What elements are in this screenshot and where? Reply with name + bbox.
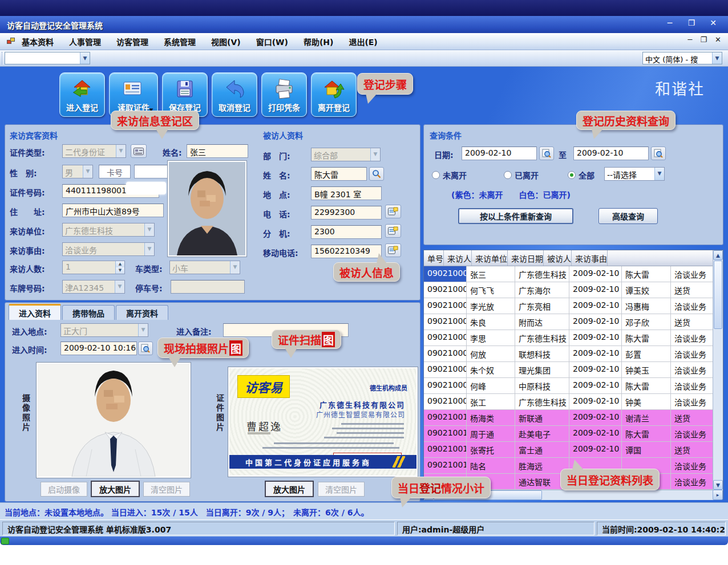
date-to-input[interactable]: 2009-02-10 <box>573 147 649 160</box>
tab-entry-info[interactable]: 进入资料 <box>9 304 61 320</box>
maximize-icon[interactable]: ❐ <box>685 18 698 30</box>
status-user: 用户:admin-超级用户 <box>397 522 594 535</box>
visitor-count-stepper[interactable]: 1 ▲▼ <box>62 261 125 274</box>
toolbar-gripper[interactable] <box>2 52 3 64</box>
chevron-down-icon: ▼ <box>116 145 126 157</box>
advanced-query-button[interactable]: 高级查询 <box>598 208 658 224</box>
address-input[interactable]: 广州市中山大道89号 <box>62 204 164 217</box>
chevron-down-icon[interactable]: ▼ <box>712 52 722 64</box>
leave-registration-button[interactable]: 离开登记 <box>311 72 357 117</box>
language-selector[interactable]: 中文 (简体) - 搜 ▼ <box>642 52 722 64</box>
close-icon[interactable]: ✕ <box>706 18 720 30</box>
tab-carried-items[interactable]: 携带物品 <box>62 305 115 320</box>
cancel-registration-button[interactable]: 取消登记 <box>212 72 257 117</box>
entry-place-select[interactable]: 正大门▼ <box>60 323 148 337</box>
menu-item[interactable]: 访客管理 <box>116 36 148 47</box>
scroll-down-icon[interactable]: ▼ <box>713 480 723 490</box>
chevron-down-icon[interactable]: ▼ <box>80 52 90 64</box>
radio-not-left[interactable]: 未离开 <box>432 169 467 181</box>
clear-card-button[interactable]: 清空图片 <box>318 482 365 497</box>
minimize-icon[interactable]: ─ <box>663 18 677 30</box>
callout-steps: 登记步骤 <box>357 73 413 95</box>
leave-home-icon <box>322 76 345 101</box>
visited-place-input[interactable]: B幢 2301 室 <box>311 186 382 200</box>
zoom-photo-button[interactable]: 放大图片 <box>91 481 140 497</box>
visit-unit-select[interactable]: 广东德生科技▼ <box>62 223 155 237</box>
mdi-restore-icon[interactable]: ❐ <box>700 35 707 44</box>
dept-select[interactable]: 综合部▼ <box>311 148 381 161</box>
calendar-search-icon <box>654 149 663 158</box>
gender-select[interactable]: 男▼ <box>62 165 93 178</box>
enter-registration-button[interactable]: 进入登记 <box>59 72 105 117</box>
visited-name-input[interactable]: 陈大雷 <box>311 167 367 181</box>
table-row[interactable]: 090210010杨海类 新联通2009-02-10 谢清兰送货 <box>424 410 714 426</box>
start-camera-button[interactable]: 启动摄像 <box>41 482 87 497</box>
table-row[interactable]: 090210005李思 广东德生科技2009-02-10 陈大雷洽谈业务 <box>424 330 714 346</box>
mdi-minimize-icon[interactable]: ─ <box>688 35 693 44</box>
date-from-input[interactable]: 2009-02-10 <box>462 147 537 160</box>
column-header[interactable]: 来访人 <box>444 250 472 266</box>
column-header[interactable]: 来访单位 <box>472 250 508 266</box>
dial-mobile-button[interactable] <box>385 243 401 257</box>
visit-reason-select[interactable]: 洽谈业务▼ <box>62 242 155 256</box>
scroll-up-icon[interactable]: ▲ <box>713 250 723 260</box>
clear-photo-button[interactable]: 清空图片 <box>143 482 190 497</box>
date-from-picker-button[interactable] <box>539 147 554 160</box>
dial-ext-button[interactable] <box>385 224 401 238</box>
requery-button[interactable]: 按以上条件重新查询 <box>458 208 573 224</box>
entry-time-input[interactable]: 2009-02-10 10:16 <box>60 342 137 355</box>
date-to-picker-button[interactable] <box>651 147 666 160</box>
visited-mobile-input[interactable]: 15602210349 <box>311 245 382 258</box>
vscroll-thumb[interactable] <box>714 261 722 329</box>
visitor-name-input[interactable]: 张三 <box>187 144 248 158</box>
table-row[interactable]: 090210007朱个奴 理光集团2009-02-10 钟美玉洽谈业务 <box>424 362 714 378</box>
zoom-card-button[interactable]: 放大图片 <box>265 481 314 497</box>
table-row[interactable]: 090210001张三 广东德生科技2009-02-10 陈大雷洽谈业务 <box>424 266 714 282</box>
table-row[interactable]: 090210003李光放 广东亮相2009-02-10 冯惠梅洽谈业务 <box>424 298 714 314</box>
main-menu: 基本资料人事管理访客管理系统管理视图(V)窗口(W)帮助(H)退出(E) <box>22 33 378 50</box>
menu-item[interactable]: 视图(V) <box>211 36 241 47</box>
visited-phone-input[interactable]: 22992300 <box>311 206 382 220</box>
column-header[interactable]: 被访人 <box>544 250 572 266</box>
menu-item[interactable]: 帮助(H) <box>304 36 334 47</box>
contact-card-icon <box>388 207 398 216</box>
tab-leave-info[interactable]: 离开资料 <box>116 305 168 320</box>
entry-time-picker-button[interactable] <box>138 342 153 355</box>
menu-item[interactable]: 系统管理 <box>164 36 196 47</box>
parking-no-input[interactable] <box>171 280 245 294</box>
vertical-scrollbar[interactable]: ▲ ▼ <box>713 250 723 490</box>
contact-card-icon <box>388 226 398 235</box>
query-filter-select[interactable]: --请选择▼ <box>604 167 665 181</box>
menu-item[interactable]: 基本资料 <box>22 36 54 47</box>
spin-up-icon: ▲ <box>116 261 124 267</box>
menu-item[interactable]: 退出(E) <box>349 36 377 47</box>
table-row[interactable]: 090210004朱良 附而达2009-02-10 邓子欣送货 <box>424 314 714 330</box>
card-reader-button[interactable] <box>131 144 147 158</box>
print-slip-button[interactable]: 打印凭条 <box>261 72 307 117</box>
table-row[interactable]: 090210002何飞飞 广东海尔2009-02-10 谭玉姣送货 <box>424 282 714 298</box>
radio-all[interactable]: 全部 <box>568 169 594 181</box>
radio-left[interactable]: 已离开 <box>504 169 539 181</box>
column-header[interactable]: 来访日期 <box>508 250 544 266</box>
column-header[interactable]: 单号 <box>424 250 444 266</box>
table-row[interactable]: 090210012张寄托 富士通2009-02-10 谭国送货 <box>424 442 714 458</box>
menu-item[interactable]: 窗口(W) <box>256 36 288 47</box>
plate-number-select[interactable]: 津A12345▼ <box>62 280 125 294</box>
card-no-input[interactable] <box>134 165 171 178</box>
column-header[interactable]: 来访事由 <box>572 250 608 266</box>
cert-type-select[interactable]: 二代身份证▼ <box>62 144 126 158</box>
dial-phone-button[interactable] <box>385 205 401 218</box>
scroll-right-icon[interactable]: ▸ <box>713 490 723 500</box>
spin-down-icon: ▼ <box>116 267 124 274</box>
table-row[interactable]: 090210008何峰 中原科技2009-02-10 陈大雷洽谈业务 <box>424 378 714 394</box>
table-row[interactable]: 090210006何放 联想科技2009-02-10 彭置洽谈业务 <box>424 346 714 362</box>
table-row[interactable]: 090210011周于通 赴美电子2009-02-10 陈大雷洽谈业务 <box>424 426 714 442</box>
visited-ext-input[interactable]: 2300 <box>311 225 382 239</box>
mdi-close-icon[interactable]: ✕ <box>715 35 721 44</box>
quick-combo[interactable]: ▼ <box>5 52 90 64</box>
table-row[interactable]: 090210009张工 广东德生科技2009-02-10 钟美洽谈业务 <box>424 394 714 410</box>
menu-item[interactable]: 人事管理 <box>69 36 101 47</box>
vehicle-type-select[interactable]: 小车▼ <box>169 261 240 274</box>
search-person-button[interactable] <box>369 167 384 181</box>
camera-photo <box>36 362 191 478</box>
